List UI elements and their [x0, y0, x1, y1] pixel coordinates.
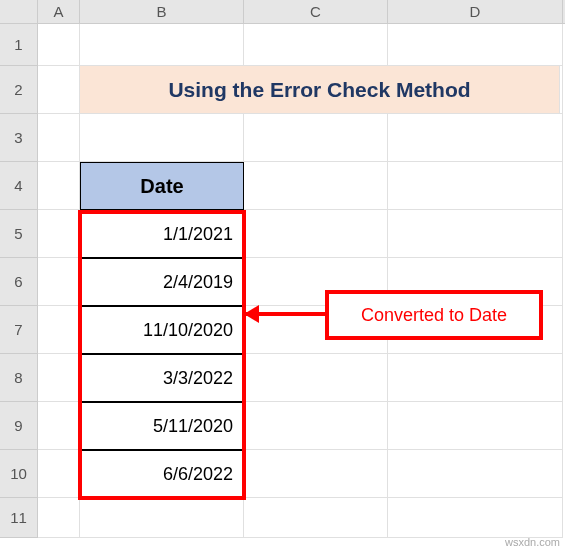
column-header-a[interactable]: A — [38, 0, 80, 23]
row-header-11[interactable]: 11 — [0, 498, 38, 538]
callout-label: Converted to Date — [325, 290, 543, 340]
row-header-5[interactable]: 5 — [0, 210, 38, 258]
arrow-annotation — [246, 312, 326, 316]
cell-b9-date-value[interactable]: 5/11/2020 — [80, 402, 244, 450]
cell-a11[interactable] — [38, 498, 80, 538]
row-header-3[interactable]: 3 — [0, 114, 38, 162]
cell-a10[interactable] — [38, 450, 80, 498]
cell-a4[interactable] — [38, 162, 80, 210]
cell-d1[interactable] — [388, 24, 563, 66]
cell-b1[interactable] — [80, 24, 244, 66]
cell-c11[interactable] — [244, 498, 388, 538]
cell-d11[interactable] — [388, 498, 563, 538]
cell-a5[interactable] — [38, 210, 80, 258]
cell-d9[interactable] — [388, 402, 563, 450]
row-header-8[interactable]: 8 — [0, 354, 38, 402]
column-header-d[interactable]: D — [388, 0, 563, 23]
row-header-2[interactable]: 2 — [0, 66, 38, 114]
cell-a1[interactable] — [38, 24, 80, 66]
watermark-text: wsxdn.com — [505, 536, 560, 548]
cell-a7[interactable] — [38, 306, 80, 354]
cell-b7-date-value[interactable]: 11/10/2020 — [80, 306, 244, 354]
row-header-10[interactable]: 10 — [0, 450, 38, 498]
cell-b4-date-header[interactable]: Date — [80, 162, 244, 210]
cell-b10-date-value[interactable]: 6/6/2022 — [80, 450, 244, 498]
cell-a3[interactable] — [38, 114, 80, 162]
cell-d4[interactable] — [388, 162, 563, 210]
column-header-c[interactable]: C — [244, 0, 388, 23]
select-all-corner[interactable] — [0, 0, 38, 23]
title-cell[interactable]: Using the Error Check Method — [80, 66, 560, 114]
row-header-9[interactable]: 9 — [0, 402, 38, 450]
cell-c9[interactable] — [244, 402, 388, 450]
cell-c1[interactable] — [244, 24, 388, 66]
cell-d8[interactable] — [388, 354, 563, 402]
cell-b3[interactable] — [80, 114, 244, 162]
column-header-b[interactable]: B — [80, 0, 244, 23]
cell-a2[interactable] — [38, 66, 80, 114]
cell-a8[interactable] — [38, 354, 80, 402]
row-header-7[interactable]: 7 — [0, 306, 38, 354]
cell-b11[interactable] — [80, 498, 244, 538]
cell-c10[interactable] — [244, 450, 388, 498]
cell-b5-date-value[interactable]: 1/1/2021 — [80, 210, 244, 258]
cell-a6[interactable] — [38, 258, 80, 306]
cell-d10[interactable] — [388, 450, 563, 498]
spreadsheet-grid: A B C D 1 2 3 4 Date — [0, 0, 565, 551]
cell-a9[interactable] — [38, 402, 80, 450]
row-header-6[interactable]: 6 — [0, 258, 38, 306]
cell-c4[interactable] — [244, 162, 388, 210]
cell-c3[interactable] — [244, 114, 388, 162]
cell-b8-date-value[interactable]: 3/3/2022 — [80, 354, 244, 402]
cell-c5[interactable] — [244, 210, 388, 258]
cell-c8[interactable] — [244, 354, 388, 402]
row-header-1[interactable]: 1 — [0, 24, 38, 66]
cell-b6-date-value[interactable]: 2/4/2019 — [80, 258, 244, 306]
cell-d5[interactable] — [388, 210, 563, 258]
cell-d3[interactable] — [388, 114, 563, 162]
row-header-4[interactable]: 4 — [0, 162, 38, 210]
column-headers-row: A B C D — [0, 0, 565, 24]
